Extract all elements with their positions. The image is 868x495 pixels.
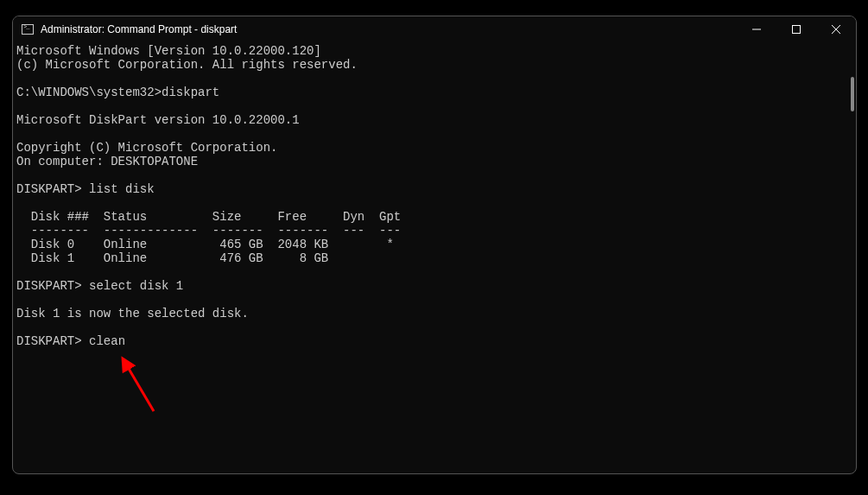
diskpart-prompt: DISKPART> (16, 279, 82, 293)
window-title: Administrator: Command Prompt - diskpart (41, 23, 237, 35)
disk-row-0: Disk 0 Online 465 GB 2048 KB * (16, 238, 394, 251)
cmd-list-disk: list disk (89, 182, 155, 196)
terminal-output[interactable]: Microsoft Windows [Version 10.0.22000.12… (13, 42, 856, 473)
cmd-diskpart: diskpart (162, 86, 219, 99)
copyright-line: (c) Microsoft Corporation. All rights re… (16, 58, 358, 72)
cmd-clean: clean (89, 334, 125, 348)
prompt-path: C:\WINDOWS\system32> (16, 86, 162, 99)
disk-table-header: Disk ### Status Size Free Dyn Gpt (16, 210, 401, 224)
titlebar[interactable]: Administrator: Command Prompt - diskpart (13, 16, 856, 42)
close-button[interactable] (816, 16, 856, 42)
scrollbar-thumb[interactable] (851, 77, 854, 111)
diskpart-version-line: Microsoft DiskPart version 10.0.22000.1 (16, 113, 300, 127)
maximize-button[interactable] (776, 16, 816, 42)
cmd-select-disk: select disk 1 (89, 279, 183, 293)
diskpart-copyright-line: Copyright (C) Microsoft Corporation. (16, 141, 277, 155)
computer-name-line: On computer: DESKTOPATONE (16, 155, 198, 168)
window-controls (737, 16, 856, 42)
diskpart-prompt: DISKPART> (16, 334, 82, 348)
command-prompt-window: Administrator: Command Prompt - diskpart… (12, 16, 857, 474)
cmd-icon (22, 24, 34, 35)
svg-rect-1 (793, 26, 801, 34)
disk-table-divider: -------- ------------- ------- ------- -… (16, 224, 401, 238)
os-version-line: Microsoft Windows [Version 10.0.22000.12… (16, 44, 321, 58)
selected-disk-line: Disk 1 is now the selected disk. (16, 307, 249, 320)
diskpart-prompt: DISKPART> (16, 182, 82, 196)
minimize-button[interactable] (737, 16, 776, 42)
disk-row-1: Disk 1 Online 476 GB 8 GB (16, 251, 328, 265)
